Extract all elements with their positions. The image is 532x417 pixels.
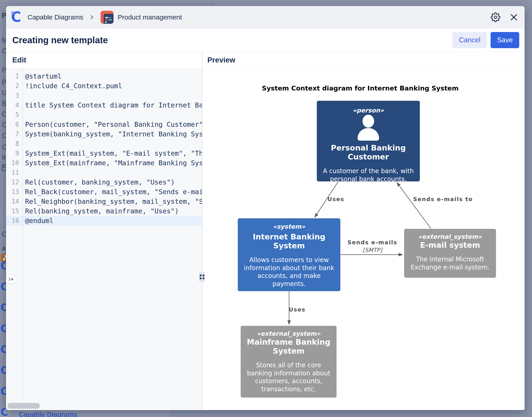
line-number: 1 — [6, 73, 19, 80]
page-icon — [101, 11, 113, 24]
code-line[interactable]: 2!include C4_Context.puml — [6, 81, 202, 91]
line-number: 6 — [6, 121, 19, 128]
modal-header: C Capable Diagrams Product management — [6, 6, 525, 28]
code-line[interactable]: 14Rel_Neighbor(banking_system, mail_syst… — [6, 197, 202, 206]
node-stereotype: «system» — [242, 223, 337, 230]
code-text: System_Ext(mail_system, "E-mail system",… — [19, 149, 202, 157]
line-number: 2 — [6, 82, 19, 90]
line-number: 12 — [6, 178, 19, 186]
diagram-node-mainframe: «external_system» Mainframe Banking Syst… — [241, 326, 337, 397]
breadcrumb-app-link[interactable]: Capable Diagrams — [28, 13, 83, 21]
node-stereotype: «external_system» — [407, 233, 493, 240]
code-line[interactable]: 1@startuml — [6, 72, 202, 81]
edit-panel-header: Edit — [6, 52, 202, 68]
line-number: 16 — [6, 217, 19, 224]
code-editor[interactable]: 1@startuml2!include C4_Context.puml34tit… — [6, 68, 202, 410]
preview-panel: Preview — [202, 52, 525, 410]
line-number: 3 — [6, 92, 19, 99]
line-number: 8 — [6, 140, 19, 147]
code-lines: 1@startuml2!include C4_Context.puml34tit… — [6, 72, 202, 226]
edge-label-sends-emails: Sends e-mails — [344, 239, 400, 246]
node-description: Allows customers to view information abo… — [242, 256, 337, 288]
code-line[interactable]: 10System_Ext(mainframe, "Mainframe Banki… — [6, 158, 202, 168]
breadcrumb-page-link[interactable]: Product management — [118, 13, 182, 21]
code-line[interactable]: 3 — [6, 91, 202, 100]
preview-heading: Preview — [207, 56, 235, 64]
code-line[interactable]: 7System(banking_system, "Internet Bankin… — [6, 129, 202, 139]
diagram-node-email-system: «external_system» E-mail system The inte… — [404, 229, 496, 278]
node-name: Internet Banking System — [242, 232, 337, 250]
code-line[interactable]: 6Person(customer, "Personal Banking Cust… — [6, 120, 202, 129]
code-text: !include C4_Context.puml — [19, 82, 122, 90]
code-line[interactable]: 11 — [6, 168, 202, 177]
gutter-divider — [22, 68, 23, 410]
person-icon — [320, 115, 417, 141]
page-title: Creating new template — [12, 35, 108, 45]
code-line[interactable]: 15Rel(banking_system, mainframe, "Uses") — [6, 206, 202, 216]
node-name: Personal Banking Customer — [320, 143, 417, 161]
code-line[interactable]: 5 — [6, 110, 202, 120]
diagram-node-banking-system: «system» Internet Banking System Allows … — [238, 218, 340, 291]
edge-tech-smtp: [SMTP] — [344, 247, 400, 253]
code-text: System(banking_system, "Internet Banking… — [19, 130, 202, 138]
panel-resize-handle[interactable] — [199, 272, 205, 282]
code-text: Rel_Neighbor(banking_system, mail_system… — [19, 198, 202, 205]
line-number: 13 — [6, 188, 19, 196]
cancel-button[interactable]: Cancel — [452, 32, 487, 48]
screen: Pr M Cl Pr Pr Ul By Ca Ca O Cl In Cr AP … — [0, 0, 532, 417]
node-name: Mainframe Banking System — [244, 337, 334, 355]
edge-label-uses-top: Uses — [324, 196, 348, 202]
code-line[interactable]: 4title System Context diagram for Intern… — [6, 100, 202, 110]
editor-content: Edit 1@startuml2!include C4_Context.puml… — [6, 52, 525, 410]
line-number: 11 — [6, 169, 19, 176]
line-number: 7 — [6, 130, 19, 138]
code-text: Rel(customer, banking_system, "Uses") — [19, 178, 175, 186]
code-text: title System Context diagram for Interne… — [19, 101, 202, 109]
background-divider — [171, 410, 171, 417]
node-stereotype: «person» — [320, 107, 417, 114]
code-line[interactable]: 12Rel(customer, banking_system, "Uses") — [6, 177, 202, 187]
chevron-right-icon — [89, 14, 95, 20]
code-text: System_Ext(mainframe, "Mainframe Banking… — [19, 159, 202, 167]
diagram-preview: System Context diagram for Internet Bank… — [202, 68, 525, 410]
close-icon[interactable] — [509, 13, 518, 22]
edit-panel: Edit 1@startuml2!include C4_Context.puml… — [6, 52, 202, 410]
code-line[interactable]: 9System_Ext(mail_system, "E-mail system"… — [6, 148, 202, 158]
line-number: 9 — [6, 150, 19, 157]
node-description: The internal Microsoft Exchange e-mail s… — [407, 255, 493, 271]
line-number: 14 — [6, 198, 19, 205]
expand-sidebar-icon — [9, 277, 14, 282]
background-app-link: Capable Diagrams — [19, 411, 77, 417]
edge-label-sends-emails-to: Sends e-mails to — [413, 196, 471, 202]
expand-sidebar-button[interactable] — [6, 275, 16, 284]
code-text: Rel_Back(customer, mail_system, "Sends e… — [19, 188, 202, 196]
code-line[interactable]: 8 — [6, 139, 202, 148]
background-divider — [0, 3, 213, 3]
background-divider — [213, 0, 213, 6]
line-number: 10 — [6, 159, 19, 167]
node-name: E-mail system — [407, 240, 493, 250]
code-line[interactable]: 16@enduml — [6, 216, 202, 226]
node-stereotype: «external_system» — [244, 330, 334, 337]
node-description: A customer of the bank, with personal ba… — [320, 167, 417, 183]
modal-titlebar: Creating new template Cancel Save — [6, 28, 525, 52]
horizontal-scrollbar[interactable] — [7, 403, 40, 409]
save-button[interactable]: Save — [491, 32, 519, 48]
settings-gear-icon[interactable] — [491, 12, 501, 22]
preview-panel-header: Preview — [202, 52, 525, 68]
edge-label-uses-bottom: Uses — [285, 306, 309, 313]
line-number: 15 — [6, 207, 19, 215]
line-number: 5 — [6, 111, 19, 118]
node-description: Stores all of the core banking informati… — [244, 361, 334, 393]
edit-heading: Edit — [12, 56, 26, 64]
capable-diagrams-logo-icon: C — [11, 11, 23, 23]
code-line[interactable]: 13Rel_Back(customer, mail_system, "Sends… — [6, 187, 202, 197]
code-text: @enduml — [19, 217, 53, 225]
template-editor-modal: C Capable Diagrams Product management — [6, 6, 525, 410]
code-text: Person(customer, "Personal Banking Custo… — [19, 121, 202, 128]
diagram-title: System Context diagram for Internet Bank… — [256, 84, 464, 92]
line-number: 4 — [6, 102, 19, 109]
code-text: @startuml — [19, 72, 61, 80]
code-text: Rel(banking_system, mainframe, "Uses") — [19, 207, 179, 215]
diagram-node-person: «person» Personal Banking Customer A cus… — [317, 101, 420, 181]
